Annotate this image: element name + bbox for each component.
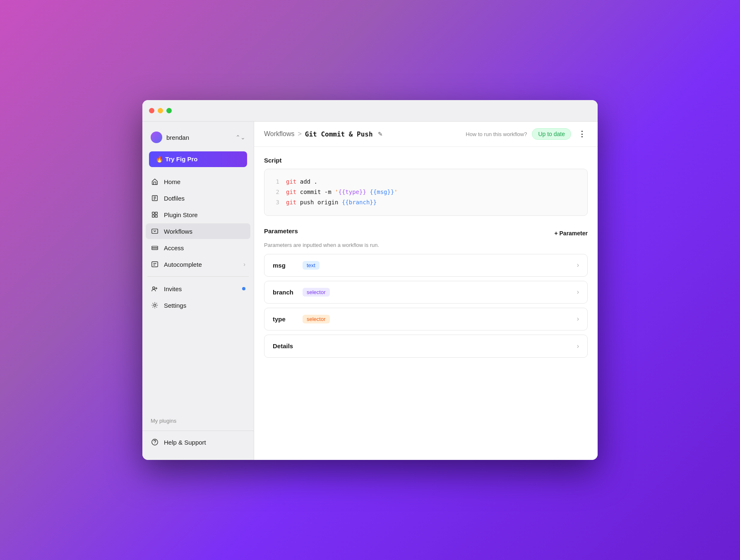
- svg-rect-3: [152, 215, 154, 217]
- access-icon: [151, 244, 159, 252]
- sidebar-item-settings[interactable]: Settings: [146, 297, 250, 313]
- autocomplete-icon: [151, 260, 159, 268]
- notification-dot: [242, 287, 245, 290]
- settings-label: Settings: [164, 302, 186, 309]
- autocomplete-label: Autocomplete: [164, 261, 202, 268]
- content-panel: Workflows > Git Commit & Push ✎ How to r…: [254, 122, 598, 460]
- svg-point-9: [153, 287, 155, 289]
- dotfiles-icon: [151, 194, 159, 202]
- maximize-button[interactable]: [166, 108, 172, 113]
- param-row-msg[interactable]: msg text ›: [264, 254, 588, 277]
- details-chevron-icon: ›: [577, 342, 579, 350]
- try-fig-pro-label: 🔥 Try Fig Pro: [156, 156, 198, 163]
- code-git-3: git: [286, 199, 296, 206]
- settings-icon: [151, 301, 159, 309]
- content-body: Script 1 git add . 2 git: [254, 147, 598, 460]
- param-chevron-type: ›: [577, 315, 579, 323]
- svg-rect-6: [152, 246, 158, 248]
- plugin-store-label: Plugin Store: [164, 211, 198, 218]
- access-label: Access: [164, 244, 184, 251]
- how-to-run-link[interactable]: How to run this workflow?: [466, 131, 527, 137]
- svg-rect-4: [155, 215, 157, 217]
- parameters-description: Parameters are inputted when a workflow …: [264, 242, 588, 248]
- avatar: [151, 132, 162, 143]
- svg-rect-7: [152, 248, 158, 250]
- param-row-type[interactable]: type selector ›: [264, 308, 588, 330]
- svg-rect-1: [152, 212, 154, 214]
- content-header: Workflows > Git Commit & Push ✎ How to r…: [254, 122, 598, 147]
- titlebar: [142, 100, 598, 122]
- parameters-header: Parameters + Parameter: [264, 227, 588, 239]
- help-icon: [151, 438, 159, 446]
- minimize-button[interactable]: [158, 108, 163, 113]
- svg-rect-2: [155, 212, 157, 214]
- param-name-type: type: [273, 316, 298, 323]
- app-window: brendan ⌃⌄ 🔥 Try Fig Pro Home: [142, 100, 598, 460]
- code-line-1-content: git add .: [286, 177, 317, 187]
- script-title: Script: [264, 157, 588, 164]
- workflows-icon: [151, 227, 159, 235]
- username: brendan: [166, 134, 231, 141]
- code-var-branch: {{branch}}: [342, 199, 377, 206]
- breadcrumb-sep: >: [298, 130, 302, 138]
- sidebar-item-help[interactable]: Help & Support: [146, 434, 250, 450]
- main-layout: brendan ⌃⌄ 🔥 Try Fig Pro Home: [142, 122, 598, 460]
- chevron-updown-icon: ⌃⌄: [235, 134, 245, 141]
- details-label: Details: [273, 342, 293, 349]
- code-line-3-content: git push origin {{branch}}: [286, 197, 377, 208]
- code-cmd-3: push origin: [300, 199, 342, 206]
- edit-icon[interactable]: ✎: [378, 131, 383, 137]
- sidebar-bottom: Help & Support: [142, 431, 254, 453]
- param-badge-type: selector: [303, 315, 330, 323]
- code-git-1: git: [286, 178, 296, 185]
- invites-icon: [151, 285, 159, 293]
- user-selector[interactable]: brendan ⌃⌄: [142, 128, 254, 146]
- add-parameter-button[interactable]: + Parameter: [554, 230, 588, 237]
- breadcrumb: Workflows > Git Commit & Push ✎: [264, 130, 383, 138]
- parameters-title: Parameters: [264, 227, 298, 235]
- param-name-branch: branch: [273, 289, 298, 296]
- details-row[interactable]: Details ›: [264, 335, 588, 358]
- code-git-2: git: [286, 189, 296, 195]
- line-num-3: 3: [273, 197, 279, 208]
- param-chevron-branch: ›: [577, 288, 579, 296]
- param-badge-msg: text: [303, 261, 320, 270]
- code-line-2-content: git commit -m '{{type}} {{msg}}': [286, 187, 398, 197]
- svg-point-10: [154, 304, 156, 306]
- breadcrumb-parent[interactable]: Workflows: [264, 130, 295, 138]
- more-button[interactable]: ⋮: [576, 128, 588, 140]
- sidebar-item-plugin-store[interactable]: Plugin Store: [146, 207, 250, 223]
- autocomplete-arrow-icon: ›: [243, 261, 245, 268]
- sidebar-item-dotfiles[interactable]: Dotfiles: [146, 190, 250, 206]
- code-line-2: 2 git commit -m '{{type}} {{msg}}': [273, 187, 579, 197]
- code-cmd-2: commit -m: [300, 189, 335, 195]
- script-box: 1 git add . 2 git commit -m '{{type}} {{…: [264, 169, 588, 216]
- param-badge-branch: selector: [303, 288, 330, 297]
- sidebar-item-access[interactable]: Access: [146, 240, 250, 256]
- status-badge: Up to date: [532, 128, 571, 140]
- home-label: Home: [164, 178, 180, 185]
- nav-items: Home Dotfiles: [142, 174, 254, 411]
- code-line-1: 1 git add .: [273, 177, 579, 187]
- sidebar-item-home[interactable]: Home: [146, 174, 250, 189]
- breadcrumb-current: Git Commit & Push: [305, 130, 373, 138]
- nav-divider: [147, 276, 249, 277]
- param-chevron-msg: ›: [577, 261, 579, 269]
- sidebar-item-invites[interactable]: Invites: [146, 281, 250, 297]
- my-plugins-label: My plugins: [142, 414, 254, 427]
- sidebar-item-workflows[interactable]: Workflows: [146, 223, 250, 239]
- line-num-2: 2: [273, 187, 279, 197]
- param-name-msg: msg: [273, 262, 298, 269]
- sidebar: brendan ⌃⌄ 🔥 Try Fig Pro Home: [142, 122, 254, 460]
- plugin-store-icon: [151, 211, 159, 219]
- code-line-3: 3 git push origin {{branch}}: [273, 197, 579, 208]
- workflows-label: Workflows: [164, 228, 192, 235]
- svg-rect-8: [152, 262, 158, 267]
- try-fig-pro-button[interactable]: 🔥 Try Fig Pro: [149, 151, 247, 167]
- param-row-branch[interactable]: branch selector ›: [264, 281, 588, 304]
- code-cmd-1: add .: [300, 178, 317, 185]
- dotfiles-label: Dotfiles: [164, 195, 185, 202]
- help-label: Help & Support: [164, 439, 206, 446]
- sidebar-item-autocomplete[interactable]: Autocomplete ›: [146, 256, 250, 272]
- close-button[interactable]: [149, 108, 154, 113]
